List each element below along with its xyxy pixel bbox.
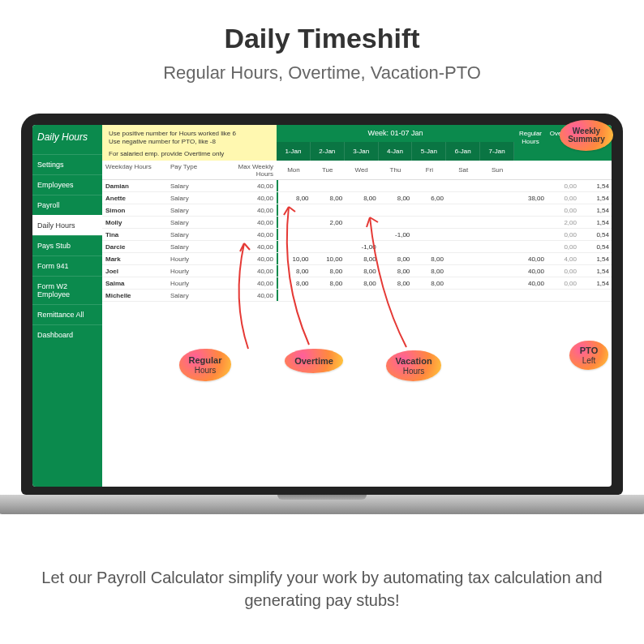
cell-day[interactable] — [413, 290, 447, 301]
cell-day[interactable] — [380, 217, 414, 228]
annotation-overtime: Overtime — [285, 349, 343, 373]
cell-day[interactable]: 8,00 — [380, 277, 414, 289]
cell-day[interactable]: 10,00 — [312, 253, 346, 264]
cell-day[interactable] — [447, 265, 481, 277]
table-row: DamianSalary40,000,001,54 — [102, 180, 612, 192]
cell-day[interactable] — [413, 180, 447, 191]
cell-day[interactable] — [312, 290, 346, 301]
cell-day[interactable] — [447, 204, 481, 216]
sidebar-item[interactable]: Form 941 — [32, 255, 102, 276]
cell-day[interactable]: 8,00 — [312, 265, 346, 277]
cell-day[interactable] — [413, 217, 447, 228]
sidebar-item[interactable]: Remittance All — [32, 304, 102, 324]
cell-day[interactable] — [447, 253, 481, 264]
cell-day[interactable]: 8,00 — [346, 265, 380, 277]
cell-paytype: Hourly — [167, 277, 224, 289]
cell-day[interactable] — [346, 217, 380, 228]
cell-reg — [514, 217, 547, 228]
sidebar-item[interactable]: Pays Stub — [32, 235, 102, 255]
cell-day[interactable] — [312, 229, 346, 240]
cell-day[interactable] — [480, 265, 514, 277]
cell-day[interactable] — [346, 290, 380, 301]
cell-paytype: Salary — [167, 204, 224, 216]
dayname-cell: Fri — [412, 161, 446, 179]
cell-day[interactable] — [447, 277, 481, 289]
cell-day[interactable] — [413, 229, 447, 240]
cell-paytype: Hourly — [167, 253, 224, 264]
cell-day[interactable] — [278, 180, 312, 191]
cell-day[interactable] — [278, 290, 312, 301]
cell-max: 40,00 — [224, 192, 277, 204]
cell-day[interactable] — [380, 180, 414, 191]
cell-day[interactable]: 8,00 — [413, 253, 447, 264]
cell-day[interactable] — [480, 192, 514, 204]
cell-day[interactable] — [346, 229, 380, 240]
cell-day[interactable] — [447, 217, 481, 228]
cell-day[interactable] — [447, 241, 481, 252]
sidebar-item[interactable]: Employees — [32, 174, 102, 195]
cell-day[interactable] — [480, 204, 514, 216]
cell-day[interactable] — [312, 204, 346, 216]
cell-day[interactable] — [278, 204, 312, 216]
cell-day[interactable] — [346, 204, 380, 216]
cell-day[interactable] — [380, 241, 414, 252]
cell-day[interactable] — [480, 290, 514, 301]
sidebar-item[interactable]: Form W2 Employee — [32, 276, 102, 304]
data-rows-container: DamianSalary40,000,001,54AnetteSalary40,… — [102, 180, 612, 302]
cell-day[interactable]: -1,00 — [380, 229, 414, 240]
cell-day[interactable]: 8,00 — [312, 192, 346, 204]
cell-day[interactable] — [278, 217, 312, 228]
cell-day[interactable]: 6,00 — [413, 192, 447, 204]
footer-text: Let our Payroll Calculator simplify your… — [32, 566, 612, 612]
cell-day[interactable] — [480, 253, 514, 264]
cell-day[interactable]: 10,00 — [278, 253, 312, 264]
cell-max: 40,00 — [224, 204, 277, 216]
cell-day[interactable] — [278, 229, 312, 240]
cell-day[interactable]: 8,00 — [346, 253, 380, 264]
cell-day[interactable]: 8,00 — [380, 265, 414, 277]
cell-day[interactable]: 8,00 — [278, 265, 312, 277]
cell-reg — [514, 229, 547, 240]
cell-day[interactable] — [447, 180, 481, 191]
cell-day[interactable] — [312, 180, 346, 191]
cell-day[interactable]: 8,00 — [278, 192, 312, 204]
cell-day[interactable]: 2,00 — [312, 217, 346, 228]
cell-day[interactable]: 8,00 — [413, 265, 447, 277]
sidebar-item[interactable]: Settings — [32, 154, 102, 174]
cell-day[interactable] — [480, 241, 514, 252]
sidebar-item[interactable]: Daily Hours — [32, 215, 102, 235]
cell-day[interactable]: 8,00 — [346, 277, 380, 289]
cell-day[interactable] — [380, 290, 414, 301]
column-header-row: Weekday Hours Pay Type Max Weekly Hours … — [102, 161, 612, 180]
cell-day[interactable] — [480, 229, 514, 240]
cell-day[interactable]: 8,00 — [380, 253, 414, 264]
cell-day[interactable] — [480, 277, 514, 289]
cell-day[interactable] — [346, 180, 380, 191]
sidebar-item[interactable]: Payroll — [32, 195, 102, 215]
cell-pto: 1,54 — [579, 217, 612, 228]
cell-day[interactable]: 8,00 — [380, 192, 414, 204]
cell-reg — [514, 180, 547, 191]
cell-day[interactable] — [480, 180, 514, 191]
cell-name: Salma — [102, 277, 167, 289]
cell-reg — [514, 241, 547, 252]
cell-day[interactable] — [413, 204, 447, 216]
cell-day[interactable] — [447, 192, 481, 204]
cell-day[interactable] — [380, 204, 414, 216]
cell-pto: 1,54 — [579, 253, 612, 264]
cell-day[interactable]: 8,00 — [312, 277, 346, 289]
annotation-vacation-hours: Vacation Hours — [386, 350, 441, 381]
cell-day[interactable] — [447, 290, 481, 301]
cell-day[interactable] — [278, 241, 312, 252]
summary-col-header: Regular Hours — [514, 125, 547, 161]
cell-day[interactable]: 8,00 — [346, 192, 380, 204]
cell-day[interactable] — [480, 217, 514, 228]
sidebar-item[interactable]: Dashboard — [32, 324, 102, 345]
cell-day[interactable] — [413, 241, 447, 252]
cell-day[interactable]: 8,00 — [278, 277, 312, 289]
cell-reg — [514, 290, 547, 301]
cell-day[interactable]: -1,00 — [346, 241, 380, 252]
cell-day[interactable]: 8,00 — [413, 277, 447, 289]
cell-day[interactable] — [312, 241, 346, 252]
cell-day[interactable] — [447, 229, 481, 240]
